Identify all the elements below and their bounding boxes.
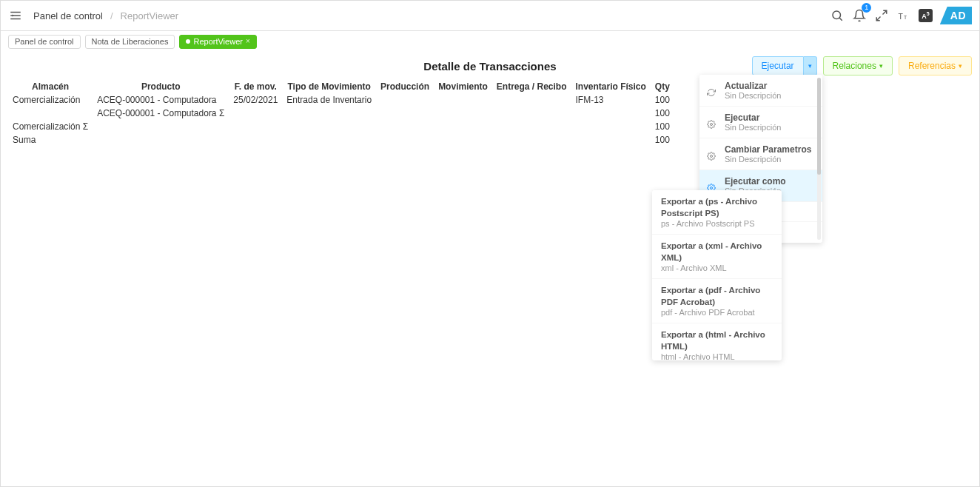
submenu-item[interactable]: Exportar a (xml - Archivo XML)xml - Arch… [652, 235, 782, 279]
breadcrumb: Panel de control / ReportViewer [33, 10, 178, 21]
fullscreen-icon[interactable] [874, 8, 889, 23]
menu-toggle-icon[interactable] [8, 8, 23, 23]
gear-icon [707, 120, 717, 129]
app-logo: AD [940, 7, 972, 24]
gear-icon [707, 152, 717, 161]
table-cell [282, 107, 376, 120]
menu-item-desc: Sin Descripción [725, 155, 811, 164]
table-cell [229, 120, 282, 133]
breadcrumb-current: ReportViewer [121, 10, 179, 21]
tabstrip: Panel de control Nota de Liberaciones Re… [1, 31, 979, 52]
notif-badge: 1 [862, 3, 871, 13]
chevron-down-icon: ▾ [879, 63, 883, 70]
table-cell [8, 107, 93, 120]
table-cell: 100 [651, 107, 674, 120]
table-cell: 25/02/2021 [229, 93, 282, 107]
table-cell: Entrada de Inventario [282, 93, 376, 107]
table-row[interactable]: ACEQ-000001 - Computadora Σ100 [8, 107, 674, 120]
table-cell [434, 107, 492, 120]
ejecutar-dropdown-toggle[interactable]: ▾ [804, 56, 817, 75]
submenu-item[interactable]: Exportar a (pdf - Archivo PDF Acrobat)pd… [652, 279, 782, 323]
menu-item-title: Ejecutar [725, 112, 781, 123]
table-cell: IFM-13 [571, 93, 650, 107]
menu-item[interactable]: ActualizarSin Descripción [699, 75, 822, 107]
ejecutar-como-submenu: Exportar a (ps - Archivo Postscript PS)p… [652, 190, 782, 360]
svg-line-4 [839, 18, 842, 21]
table-cell [376, 107, 434, 120]
column-header: Qty [651, 80, 674, 93]
svg-point-10 [711, 155, 713, 158]
submenu-item[interactable]: Exportar a (ps - Archivo Postscript PS)p… [652, 190, 782, 235]
relaciones-button[interactable]: Relaciones▾ [823, 56, 893, 75]
table-cell [93, 120, 229, 133]
table-cell [492, 120, 571, 133]
table-cell [571, 107, 650, 120]
chevron-down-icon: ▾ [959, 63, 962, 70]
svg-point-3 [833, 11, 841, 19]
column-header: Producto [93, 80, 229, 93]
referencias-button[interactable]: Referencias▾ [899, 56, 972, 75]
submenu-item-desc: html - Archivo HTML [661, 352, 773, 360]
menu-item-title: Cambiar Parametros [725, 144, 811, 155]
svg-line-6 [877, 17, 881, 21]
report-table: AlmacénProductoF. de mov.Tipo de Movimie… [1, 80, 979, 147]
column-header: Movimiento [434, 80, 492, 93]
refresh-icon [707, 88, 717, 97]
table-cell: ACEQ-000001 - Computadora [93, 93, 229, 107]
ejecutar-button[interactable]: Ejecutar [752, 56, 804, 75]
table-row[interactable]: ComercializaciónACEQ-000001 - Computador… [8, 93, 674, 107]
svg-line-5 [883, 10, 887, 14]
svg-text:T: T [904, 15, 907, 20]
submenu-item-desc: xml - Archivo XML [661, 263, 773, 272]
menu-item-desc: Sin Descripción [725, 123, 781, 132]
scrollbar[interactable] [817, 78, 821, 240]
text-size-icon[interactable]: TT [896, 8, 911, 23]
svg-point-9 [711, 124, 713, 126]
table-row[interactable]: Comercialización Σ100 [8, 120, 674, 133]
header-bar: Panel de control / ReportViewer 1 TT A5 … [1, 1, 979, 31]
menu-item-title: Ejecutar como [725, 176, 786, 187]
menu-item-title: Actualizar [725, 81, 781, 91]
submenu-item-title: Exportar a (xml - Archivo XML) [661, 241, 773, 263]
submenu-item-desc: pdf - Archivo PDF Acrobat [661, 308, 773, 317]
table-cell [492, 107, 571, 120]
menu-item[interactable]: Cambiar ParametrosSin Descripción [699, 138, 822, 170]
tab-reportviewer[interactable]: ReportViewer × [179, 35, 256, 49]
svg-point-11 [711, 187, 713, 189]
tab-active-indicator [186, 39, 190, 44]
table-cell [434, 120, 492, 133]
submenu-item-desc: ps - Archivo Postscript PS [661, 219, 773, 228]
table-cell [93, 133, 229, 147]
toolbar: Detalle de Transacciones Ejecutar ▾ Rela… [1, 52, 979, 80]
table-row[interactable]: Suma100 [8, 133, 674, 147]
table-cell: 100 [651, 133, 674, 147]
language-badge[interactable]: A5 [919, 9, 932, 22]
column-header: Entrega / Recibo [492, 80, 571, 93]
close-icon[interactable]: × [246, 38, 250, 45]
table-cell: ACEQ-000001 - Computadora Σ [93, 107, 229, 120]
tab-nota-de-liberaciones[interactable]: Nota de Liberaciones [85, 35, 175, 49]
table-cell [229, 133, 282, 147]
submenu-item-title: Exportar a (html - Archivo HTML) [661, 329, 773, 352]
column-header: Producción [376, 80, 434, 93]
table-cell [376, 133, 434, 147]
table-cell [571, 133, 650, 147]
notifications-icon[interactable]: 1 [852, 8, 867, 23]
table-cell: 100 [651, 120, 674, 133]
table-cell: Comercialización Σ [8, 120, 93, 133]
column-header: Almacén [8, 80, 93, 93]
column-header: Inventario Físico [571, 80, 650, 93]
table-cell: 100 [651, 93, 674, 107]
table-cell [376, 93, 434, 107]
table-cell [282, 120, 376, 133]
tab-panel-de-control[interactable]: Panel de control [8, 35, 81, 49]
breadcrumb-home[interactable]: Panel de control [33, 10, 103, 21]
menu-item-desc: Sin Descripción [725, 91, 781, 100]
search-icon[interactable] [830, 8, 845, 23]
table-cell [376, 120, 434, 133]
submenu-item[interactable]: Exportar a (html - Archivo HTML)html - A… [652, 323, 782, 360]
column-header: F. de mov. [229, 80, 282, 93]
svg-text:T: T [899, 12, 904, 21]
chevron-down-icon: ▾ [808, 63, 812, 70]
menu-item[interactable]: EjecutarSin Descripción [699, 107, 822, 138]
